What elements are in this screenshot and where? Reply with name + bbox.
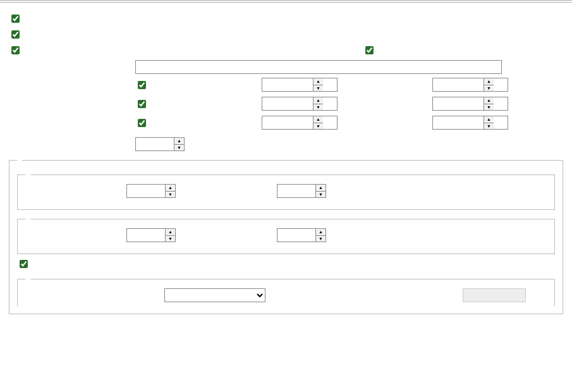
challenge-expiry-spinner[interactable]: ▲▼ <box>135 137 185 151</box>
spin-up-icon[interactable]: ▲ <box>166 229 175 236</box>
spin-down-icon[interactable]: ▼ <box>174 145 184 151</box>
rtcp-monitoring-input[interactable] <box>20 260 28 268</box>
spin-up-icon[interactable]: ▲ <box>316 229 326 236</box>
pnr-nat-min-spinner[interactable]: ▲▼ <box>126 228 176 242</box>
port-number-range-fieldset: ▲▼ ▲▼ <box>17 175 555 210</box>
pnr-max-spinner[interactable]: ▲▼ <box>277 184 326 198</box>
scope-select[interactable] <box>164 288 265 302</box>
periodic-timeout-input <box>463 288 526 302</box>
remote-tls-port-spin-buttons[interactable]: ▲▼ <box>484 116 494 129</box>
remote-tls-port-spinner[interactable]: ▲▼ <box>432 116 508 130</box>
sub-tab-row <box>0 2 572 3</box>
pnr-min-spin-buttons[interactable]: ▲▼ <box>165 185 175 197</box>
spin-down-icon[interactable]: ▼ <box>316 236 326 242</box>
remote-udp-port-spin-buttons[interactable]: ▲▼ <box>484 78 494 91</box>
sip-registrar-enable-checkbox[interactable] <box>9 28 25 40</box>
tcp-port-spin-buttons[interactable]: ▲▼ <box>313 97 323 110</box>
spin-down-icon[interactable]: ▼ <box>484 123 494 130</box>
udp-checkbox-input[interactable] <box>138 81 146 89</box>
remote-udp-port-input[interactable] <box>433 78 484 91</box>
spin-up-icon[interactable]: ▲ <box>484 97 494 104</box>
spin-up-icon[interactable]: ▲ <box>484 78 494 85</box>
top-tab-row <box>0 0 572 1</box>
tcp-port-spinner[interactable]: ▲▼ <box>262 97 338 111</box>
spin-down-icon[interactable]: ▼ <box>166 236 175 242</box>
spin-up-icon[interactable]: ▲ <box>166 185 175 192</box>
spin-up-icon[interactable]: ▲ <box>313 97 323 104</box>
port-number-range-nat-fieldset: ▲▼ ▲▼ <box>17 219 555 254</box>
pnr-nat-max-input[interactable] <box>277 229 315 242</box>
sip-trunks-enable-input[interactable] <box>11 15 20 23</box>
voip-panel: ▲▼ ▲▼ ▲▼ ▲▼ ▲▼ <box>0 3 572 324</box>
remote-tcp-port-spinner[interactable]: ▲▼ <box>432 97 508 111</box>
udp-checkbox[interactable] <box>135 79 198 91</box>
spin-up-icon[interactable]: ▲ <box>313 78 323 85</box>
remote-tls-port-input[interactable] <box>433 116 484 129</box>
challenge-expiry-spin-buttons[interactable]: ▲▼ <box>174 138 184 150</box>
sip-remote-extn-input[interactable] <box>365 46 374 54</box>
remote-udp-port-spinner[interactable]: ▲▼ <box>432 78 508 92</box>
udp-port-input[interactable] <box>262 78 313 91</box>
tcp-port-input[interactable] <box>262 97 313 110</box>
spin-down-icon[interactable]: ▼ <box>484 104 494 111</box>
sip-registrar-enable-input[interactable] <box>11 30 20 39</box>
spin-down-icon[interactable]: ▼ <box>313 104 323 111</box>
tcp-checkbox-input[interactable] <box>138 100 146 108</box>
sip-remote-extn-checkbox[interactable] <box>363 44 379 56</box>
pnr-min-input[interactable] <box>127 185 165 197</box>
spin-up-icon[interactable]: ▲ <box>484 116 494 123</box>
tls-port-spinner[interactable]: ▲▼ <box>262 116 338 130</box>
remote-tcp-port-input[interactable] <box>433 97 484 110</box>
sip-trunks-enable-checkbox[interactable] <box>9 13 25 25</box>
tls-port-input[interactable] <box>262 116 313 129</box>
spin-up-icon[interactable]: ▲ <box>316 185 326 192</box>
challenge-expiry-input[interactable] <box>136 138 174 150</box>
spin-up-icon[interactable]: ▲ <box>174 138 184 145</box>
tcp-checkbox[interactable] <box>135 98 198 110</box>
udp-port-spin-buttons[interactable]: ▲▼ <box>313 78 323 91</box>
spin-down-icon[interactable]: ▼ <box>484 85 494 92</box>
pnr-nat-min-spin-buttons[interactable]: ▲▼ <box>165 229 175 242</box>
domain-name-input[interactable] <box>135 60 502 74</box>
spin-down-icon[interactable]: ▼ <box>313 85 323 92</box>
pnr-nat-max-spinner[interactable]: ▲▼ <box>277 228 326 242</box>
tls-checkbox-input[interactable] <box>138 119 146 127</box>
tls-checkbox[interactable] <box>135 117 198 129</box>
tls-port-spin-buttons[interactable]: ▲▼ <box>313 116 323 129</box>
udp-port-spinner[interactable]: ▲▼ <box>262 78 338 92</box>
keepalives-fieldset <box>17 279 555 306</box>
rtp-fieldset: ▲▼ ▲▼ ▲▼ <box>9 160 563 314</box>
spin-down-icon[interactable]: ▼ <box>313 123 323 130</box>
remote-tcp-port-spin-buttons[interactable]: ▲▼ <box>484 97 494 110</box>
pnr-min-spinner[interactable]: ▲▼ <box>126 184 176 198</box>
pnr-nat-max-spin-buttons[interactable]: ▲▼ <box>315 229 326 242</box>
pnr-max-input[interactable] <box>277 185 315 197</box>
auto-create-extn-checkbox[interactable] <box>9 44 363 56</box>
spin-down-icon[interactable]: ▼ <box>166 192 175 198</box>
spin-up-icon[interactable]: ▲ <box>313 116 323 123</box>
auto-create-extn-input[interactable] <box>11 46 20 54</box>
pnr-max-spin-buttons[interactable]: ▲▼ <box>315 185 326 197</box>
pnr-nat-min-input[interactable] <box>127 229 165 242</box>
rtcp-monitoring-checkbox[interactable] <box>17 258 33 270</box>
spin-down-icon[interactable]: ▼ <box>316 192 326 198</box>
